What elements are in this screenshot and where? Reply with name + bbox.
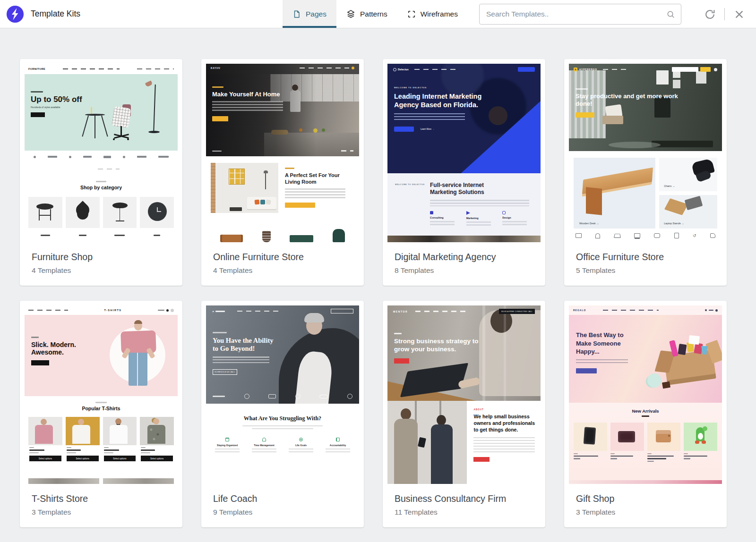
preview-floor-lamp-art	[135, 82, 163, 143]
preview-products-row	[211, 222, 354, 242]
close-button[interactable]	[734, 9, 745, 20]
accountability-icon	[336, 438, 340, 441]
preview-avatar	[714, 68, 717, 71]
preview-nav-cta: BOOK A FREE CONSULTING CALL	[499, 309, 535, 314]
preview-hero-button	[31, 112, 45, 117]
time-icon	[262, 438, 266, 441]
kit-name: Digital Marketing Agency	[395, 252, 533, 263]
tab-pages-label: Pages	[306, 10, 326, 18]
product-sofa-green	[290, 235, 313, 242]
kit-template-count: 4 Templates	[32, 266, 171, 275]
preview-section-heading: Full-service Internet Marketing Solution…	[430, 182, 491, 196]
preview-section-header: Shop by category	[25, 181, 178, 190]
preview-navbar: ✦	[212, 309, 353, 313]
preview-hero-copy: Strong business strategy to grow your bu…	[394, 333, 489, 364]
kit-meta: Furniture Shop 4 Templates	[20, 242, 182, 275]
preview-category-label: Wooden Desk →	[579, 222, 599, 225]
kit-template-count: 3 Templates	[576, 508, 715, 517]
preview-brand-script: ✦	[212, 310, 214, 313]
preview-navbar: Delectus	[393, 67, 535, 72]
kit-card-online-furniture-store[interactable]: KAYUU Make Yourself At Home	[201, 59, 364, 286]
preview-service-marketing: Marketing	[466, 211, 498, 226]
preview-hero-button	[576, 112, 594, 118]
preview-living-room-section: A Perfect Set For Your Living Room	[211, 163, 354, 219]
tab-wireframes[interactable]: Wireframes	[397, 0, 468, 28]
preview-hero-heading: Make Yourself At Home	[212, 91, 283, 98]
preview-chair-art	[112, 103, 138, 147]
kit-card-furniture-shop[interactable]: FURNITURE Up to 50% off Hundreds of styl…	[20, 59, 182, 286]
preview-hero-copy: Slick. Modern. Awesome.	[31, 337, 76, 365]
preview-service-consulting: Consulting	[430, 211, 462, 226]
preview-hero-heading: Up to 50% off	[31, 95, 82, 104]
kit-preview-t-shirts-store: T-SHIRTS Sli	[25, 305, 178, 484]
preview-nav-cta	[331, 309, 353, 313]
tab-patterns[interactable]: Patterns	[336, 0, 397, 28]
refresh-button[interactable]	[704, 8, 716, 20]
preview-services-row: Consulting Marketing Design	[430, 211, 534, 226]
kit-card-digital-marketing-agency[interactable]: Delectus WELCOME TO DELECTUS Leading Int…	[383, 59, 545, 286]
preview-hero-heading-line1: You Have the Ability	[213, 337, 274, 345]
preview-hero-button	[394, 358, 409, 364]
preview-brand-icon: h	[574, 68, 577, 71]
preview-section-heading: Popular T-Shirts	[25, 406, 178, 411]
kit-preview-online-furniture-store: KAYUU Make Yourself At Home	[206, 64, 359, 242]
preview-hero-button	[212, 116, 228, 121]
preview-about-eyebrow: ABOUT	[473, 408, 535, 411]
chair-icon	[710, 233, 715, 238]
kit-card-life-coach[interactable]: ✦ You Have the Ability to Go Beyond! SCH…	[201, 301, 364, 527]
preview-hero-button	[31, 360, 49, 365]
product-card: Select options	[140, 417, 174, 461]
kit-template-count: 5 Templates	[576, 266, 715, 275]
preview-hero: Delectus WELCOME TO DELECTUS Leading Int…	[387, 64, 541, 173]
preview-about-section: ABOUT We help small business owners and …	[387, 401, 541, 484]
kit-card-business-consultancy-firm[interactable]: MENTOR BOOK A FREE CONSULTING CALL Stron…	[383, 301, 545, 527]
kit-meta: Office Furniture Store 5 Templates	[564, 242, 727, 275]
wireframes-icon	[407, 10, 416, 18]
preview-search-button	[700, 67, 711, 72]
kit-name: Furniture Shop	[32, 252, 171, 263]
preview-about-photo	[387, 401, 467, 484]
page-title: Template Kits	[31, 9, 80, 19]
preview-hero-heading-line1: Slick. Modern.	[31, 341, 76, 348]
rotate-icon: ↺	[693, 233, 696, 238]
refresh-icon	[704, 8, 716, 20]
kit-meta: Gift Shop 3 Templates	[564, 484, 727, 517]
preview-section-header: Popular T-Shirts	[25, 402, 178, 411]
kit-card-office-furniture-store[interactable]: h HYPERERGO Stay productive and get more…	[564, 59, 727, 286]
template-kits-grid: FURNITURE Up to 50% off Hundreds of styl…	[0, 28, 756, 527]
kit-template-count: 11 Templates	[395, 508, 533, 517]
preview-brand: Delectus	[398, 68, 409, 71]
kit-card-gift-shop[interactable]: REGALO The Best Way to Make Someone Happ…	[564, 301, 727, 527]
preview-category-section: Wooden Desk → Chairs → Laptop Stands →	[574, 158, 717, 229]
preview-hero: ✦ You Have the Ability to Go Beyond! SCH…	[206, 305, 359, 404]
preview-hero-heading-line2: Make Someone	[576, 339, 628, 348]
preview-about-copy: ABOUT We help small business owners and …	[467, 401, 541, 484]
product-card: Select options	[103, 417, 137, 461]
search-box	[479, 4, 681, 25]
preview-features-row: Staying Organized Time Management Life G…	[206, 438, 359, 453]
preview-navbar: T-SHIRTS	[25, 305, 178, 315]
kit-template-count: 8 Templates	[395, 266, 533, 275]
preview-section-button	[285, 203, 315, 208]
kit-card-t-shirts-store[interactable]: T-SHIRTS Sli	[20, 301, 182, 527]
kit-name: Business Consultancy Firm	[395, 493, 533, 504]
kit-preview-furniture-shop: FURNITURE Up to 50% off Hundreds of styl…	[25, 64, 178, 242]
kit-preview-office-furniture-store: h HYPERERGO Stay productive and get more…	[569, 64, 722, 242]
preview-table-art	[85, 114, 106, 144]
preview-hero-copy: Stay productive and get more work done!	[576, 88, 679, 118]
tab-pages[interactable]: Pages	[283, 0, 336, 28]
pages-icon	[292, 10, 301, 18]
kit-name: T-Shirts Store	[32, 493, 171, 504]
preview-hero-heading-line2: to Go Beyond!	[213, 345, 274, 353]
preview-logos-row	[213, 394, 352, 399]
design-icon	[502, 211, 506, 214]
desk-icon	[576, 233, 582, 238]
preview-service-design: Design	[502, 211, 534, 226]
preview-tile-laptop-stands: Laptop Stands →	[659, 195, 717, 229]
preview-hero: KAYUU Make Yourself At Home	[206, 64, 359, 156]
preview-hero-eyebrow: WELCOME TO DELECTUS	[394, 86, 489, 89]
preview-hero-eyebrow	[31, 91, 43, 93]
preview-learn-more-link: Learn More →	[421, 128, 434, 130]
kit-meta: Life Coach 9 Templates	[201, 484, 364, 517]
search-input[interactable]	[480, 10, 666, 18]
